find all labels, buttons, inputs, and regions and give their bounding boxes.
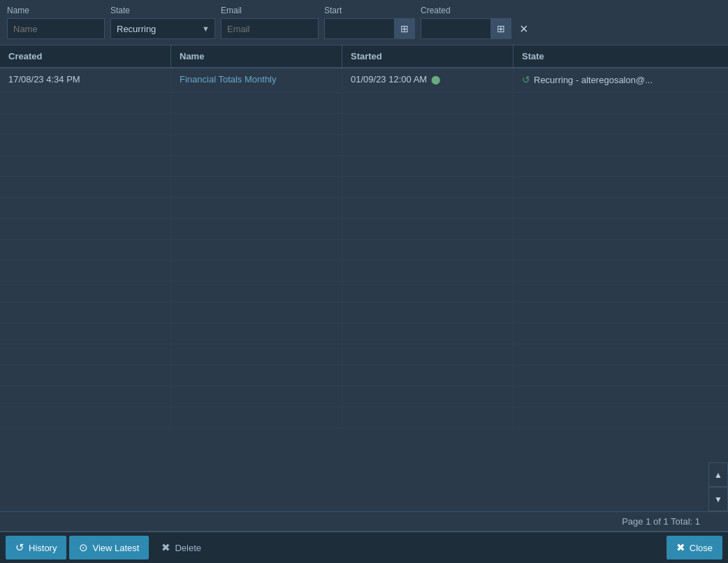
start-date-wrapper: ⊞ bbox=[324, 18, 415, 39]
name-filter-group: Name bbox=[7, 6, 105, 39]
start-filter-group: Start ⊞ bbox=[324, 6, 415, 39]
col-header-created: Created bbox=[0, 45, 171, 67]
empty-row-7 bbox=[0, 219, 728, 240]
delete-button[interactable]: ✖ Delete bbox=[152, 536, 211, 560]
history-label: History bbox=[29, 543, 57, 553]
state-select[interactable]: Recurring Active Inactive All bbox=[110, 18, 215, 39]
delete-icon: ✖ bbox=[161, 541, 170, 554]
empty-row-15 bbox=[0, 386, 728, 407]
scroll-up-button[interactable]: ▲ bbox=[708, 462, 728, 487]
state-filter-group: State Recurring Active Inactive All ▼ bbox=[110, 6, 215, 39]
state-text: Recurring - alteregosalon@... bbox=[534, 75, 653, 85]
clear-filter-button[interactable]: × bbox=[517, 18, 531, 39]
history-button[interactable]: ↺ History bbox=[6, 536, 66, 560]
created-filter-group: Created ⊞ bbox=[421, 6, 511, 39]
empty-row-5 bbox=[0, 177, 728, 198]
empty-rows bbox=[0, 93, 728, 511]
started-status-icon: ⬤ bbox=[431, 75, 440, 85]
pagination-text: Page 1 of 1 Total: 1 bbox=[622, 516, 700, 527]
table-area: Created Name Started State 17/08/23 4:34… bbox=[0, 45, 728, 511]
created-filter-label: Created bbox=[421, 6, 511, 15]
scroll-down-button[interactable]: ▼ bbox=[708, 487, 728, 511]
empty-row-6 bbox=[0, 198, 728, 219]
filter-bar: Name State Recurring Active Inactive All… bbox=[0, 0, 728, 45]
table-header: Created Name Started State bbox=[0, 45, 728, 68]
view-latest-icon: ⊙ bbox=[79, 541, 88, 554]
main-container: Name State Recurring Active Inactive All… bbox=[0, 0, 728, 563]
empty-row-11 bbox=[0, 302, 728, 323]
empty-row-3 bbox=[0, 135, 728, 156]
email-filter-label: Email bbox=[221, 6, 319, 15]
empty-row-10 bbox=[0, 282, 728, 302]
cell-started: 01/09/23 12:00 AM ⬤ bbox=[342, 68, 514, 90]
empty-row-13 bbox=[0, 344, 728, 365]
close-icon: ✖ bbox=[676, 541, 685, 554]
start-filter-label: Start bbox=[324, 6, 415, 15]
start-calendar-icon: ⊞ bbox=[400, 23, 409, 34]
started-datetime: 01/09/23 12:00 AM bbox=[351, 74, 427, 85]
empty-row-16 bbox=[0, 407, 728, 428]
scroll-buttons: ▲ ▼ bbox=[708, 462, 728, 511]
empty-row-14 bbox=[0, 365, 728, 386]
pagination-bar: Page 1 of 1 Total: 1 bbox=[0, 511, 728, 531]
close-button[interactable]: ✖ Close bbox=[667, 536, 722, 560]
name-filter-label: Name bbox=[7, 6, 105, 15]
delete-label: Delete bbox=[175, 543, 201, 553]
history-icon: ↺ bbox=[15, 541, 24, 554]
recurring-icon: ↺ bbox=[522, 74, 530, 85]
empty-row-9 bbox=[0, 261, 728, 282]
name-filter-input[interactable] bbox=[7, 18, 105, 39]
created-date-wrapper: ⊞ bbox=[421, 18, 511, 39]
email-filter-input[interactable] bbox=[221, 18, 319, 39]
state-filter-label: State bbox=[110, 6, 215, 15]
col-header-name: Name bbox=[171, 45, 342, 67]
empty-row-12 bbox=[0, 323, 728, 344]
created-calendar-button[interactable]: ⊞ bbox=[490, 18, 511, 39]
empty-row-8 bbox=[0, 240, 728, 261]
view-latest-label: View Latest bbox=[92, 543, 139, 553]
view-latest-button[interactable]: ⊙ View Latest bbox=[69, 536, 149, 560]
close-label: Close bbox=[690, 543, 713, 553]
col-header-started: Started bbox=[342, 45, 514, 67]
table-body: 17/08/23 4:34 PM Financial Totals Monthl… bbox=[0, 68, 728, 511]
col-header-state: State bbox=[514, 45, 728, 67]
empty-row-1 bbox=[0, 93, 728, 114]
cell-name: Financial Totals Monthly bbox=[171, 68, 342, 90]
created-calendar-icon: ⊞ bbox=[497, 23, 505, 34]
table-row[interactable]: 17/08/23 4:34 PM Financial Totals Monthl… bbox=[0, 68, 728, 93]
empty-row-4 bbox=[0, 156, 728, 177]
email-filter-group: Email bbox=[221, 6, 319, 39]
cell-state: ↺ Recurring - alteregosalon@... bbox=[514, 68, 728, 91]
start-calendar-button[interactable]: ⊞ bbox=[394, 18, 415, 39]
footer: ↺ History ⊙ View Latest ✖ Delete ✖ Close bbox=[0, 531, 728, 563]
cell-created: 17/08/23 4:34 PM bbox=[0, 68, 171, 90]
empty-row-2 bbox=[0, 114, 728, 135]
state-select-wrapper: Recurring Active Inactive All ▼ bbox=[110, 18, 215, 39]
